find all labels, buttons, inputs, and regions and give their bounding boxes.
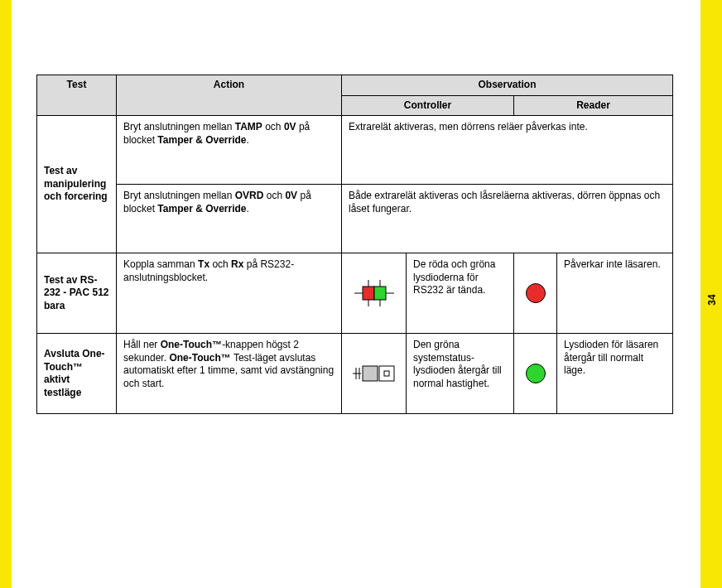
bold-text: Tx [198,258,209,270]
header-row-1: Test Action Observation [37,75,673,96]
bold-text: One-Touch™ [161,339,222,350]
bold-text: TAMP [235,121,262,133]
row-label-tamper: Test av manipulering och forcering [37,116,117,253]
reader-icon-cell [514,334,557,414]
bold-text: Tamper & Override [157,203,246,214]
left-yellow-strip [0,0,12,588]
bold-text: 0V [284,121,296,133]
reader-text-cell: Lysdioden för läsaren återgår till norma… [557,334,673,414]
action-cell: Håll ner One-Touch™-knappen högst 2 seku… [117,334,342,414]
row-label-rs232: Test av RS-232 - PAC 512 bara [37,253,117,334]
observation-cell: Både extrarelät aktiveras och låsreläern… [342,185,673,253]
green-led-icon [526,364,546,383]
text: och [209,258,231,270]
content-area: Test Action Observation Controller Reade… [36,75,672,414]
svg-rect-12 [379,366,394,381]
text: . [247,203,249,214]
table-row: Bryt anslutningen mellan OVRD och 0V på … [37,185,673,253]
text: . [247,134,249,146]
controller-icon-cell [342,253,407,334]
observation-cell: Extrarelät aktiveras, men dörrens reläer… [342,116,673,185]
reader-icon-cell [514,253,557,334]
action-cell: Bryt anslutningen mellan TAMP och 0V på … [117,116,342,185]
text: Koppla samman [123,258,198,270]
controller-text-cell: Den gröna systemstatus-lysdioden återgår… [407,334,514,414]
svg-rect-11 [363,366,378,381]
reader-text-cell: Påverkar inte läsaren. [557,253,673,334]
bold-text: 0V [285,190,297,201]
bold-text: OVRD [235,190,264,201]
status-button-icon [351,361,397,386]
red-led-icon [526,283,546,303]
text: Bryt anslutningen mellan [123,121,235,133]
page-number: 34 [705,294,717,305]
page: 34 Test Action Observation Controller Re… [0,0,722,588]
test-table: Test Action Observation Controller Reade… [36,75,673,414]
row-label-onetouch: Avsluta One-Touch™ aktivt testläge [37,334,117,414]
bold-text: Rx [231,258,243,270]
controller-icon-cell [342,334,407,414]
action-cell: Koppla samman Tx och Rx på RS232-anslutn… [117,253,342,334]
bold-text: One-Touch™ [169,352,230,364]
table-row: Test av RS-232 - PAC 512 bara Koppla sam… [37,253,673,334]
action-cell: Bryt anslutningen mellan OVRD och 0V på … [117,185,342,253]
header-controller: Controller [342,95,514,116]
table-row: Test av manipulering och forcering Bryt … [37,116,673,185]
text: och [263,190,285,201]
header-action: Action [117,75,342,116]
header-test: Test [37,75,117,116]
svg-rect-2 [363,287,374,300]
controller-text-cell: De röda och gröna lysdioderna för RS232 … [407,253,514,334]
table-row: Avsluta One-Touch™ aktivt testläge Håll … [37,334,673,414]
text: Bryt anslutningen mellan [123,190,235,201]
red-green-block-icon [351,278,397,308]
text: Håll ner [123,339,161,350]
text: och [262,121,284,133]
header-reader: Reader [514,95,673,116]
header-observation: Observation [342,75,673,96]
bold-text: Tamper & Override [157,134,246,146]
svg-rect-3 [374,287,386,300]
